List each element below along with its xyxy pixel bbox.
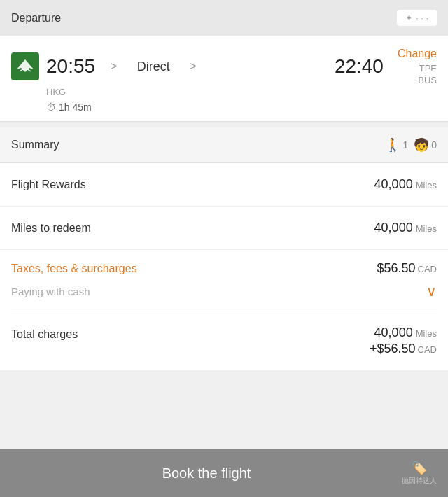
flight-card: 20:55 > Direct > 22:40 Change TPE BUS HK… xyxy=(0,36,448,122)
watermark-icon: 🏷️ xyxy=(412,461,427,476)
depart-time: 20:55 xyxy=(46,55,102,78)
paying-row[interactable]: Paying with cash ∨ xyxy=(11,276,437,312)
total-cash-currency: CAD xyxy=(418,344,437,355)
footer-bar: Book the flight 🏷️ 抛因特达人 xyxy=(0,449,448,497)
adult-count: 1 xyxy=(402,139,408,150)
total-value-group: 40,000 Miles +$56.50 CAD xyxy=(370,326,437,356)
flight-rewards-unit: Miles xyxy=(416,180,437,190)
total-charges-row: Total charges 40,000 Miles +$56.50 CAD xyxy=(0,312,448,371)
arrow2: > xyxy=(190,60,196,73)
watermark-text: 抛因特达人 xyxy=(402,476,437,486)
watermark: 🏷️ 抛因特达人 xyxy=(402,461,437,486)
summary-section: Summary 🚶 1 🧒 0 xyxy=(0,127,448,163)
change-button[interactable]: Change xyxy=(398,48,437,60)
paying-label: Paying with cash xyxy=(11,286,90,298)
arrive-time: 22:40 xyxy=(205,55,384,78)
flight-rewards-row: Flight Rewards 40,000 Miles xyxy=(0,163,448,206)
flight-type: Direct xyxy=(125,59,181,74)
chevron-down-icon: ∨ xyxy=(426,283,437,300)
miles-redeem-value: 40,000 xyxy=(374,220,413,235)
arrive-airport: TPE xyxy=(419,63,437,74)
clock-icon: ⏱ xyxy=(46,102,56,113)
book-flight-button[interactable]: Book the flight xyxy=(11,465,402,482)
total-cash-value: +$56.50 xyxy=(370,342,416,356)
child-count: 0 xyxy=(431,139,437,150)
departure-header: Departure ✦ · · · xyxy=(0,0,448,36)
taxes-label: Taxes, fees & surcharges xyxy=(11,262,137,275)
miles-redeem-label: Miles to redeem xyxy=(11,222,91,234)
taxes-currency: CAD xyxy=(418,264,437,274)
taxes-amount: $56.50 xyxy=(377,261,415,276)
passenger-count: 🚶 1 🧒 0 xyxy=(385,137,437,153)
flight-rewards-value: 40,000 xyxy=(374,177,413,192)
total-miles-unit: Miles xyxy=(416,328,437,339)
taxes-row: Taxes, fees & surcharges $56.50 CAD Payi… xyxy=(0,250,448,312)
summary-label: Summary xyxy=(11,139,59,151)
child-icon: 🧒 xyxy=(414,137,429,153)
departure-tag: ✦ · · · xyxy=(397,10,437,26)
total-charges-label: Total charges xyxy=(11,326,78,341)
flight-rewards-label: Flight Rewards xyxy=(11,178,86,191)
adult-icon: 🚶 xyxy=(385,137,400,153)
depart-airport: HKG xyxy=(46,87,102,97)
airline-logo xyxy=(11,52,39,80)
duration-text: 1h 45m xyxy=(59,102,92,113)
miles-redeem-row: Miles to redeem 40,000 Miles xyxy=(0,206,448,250)
arrow1: > xyxy=(111,60,117,73)
total-miles-value: 40,000 xyxy=(374,326,413,340)
departure-title: Departure xyxy=(11,12,61,24)
arrive-terminal: BUS xyxy=(418,75,437,85)
miles-redeem-unit: Miles xyxy=(416,223,437,234)
